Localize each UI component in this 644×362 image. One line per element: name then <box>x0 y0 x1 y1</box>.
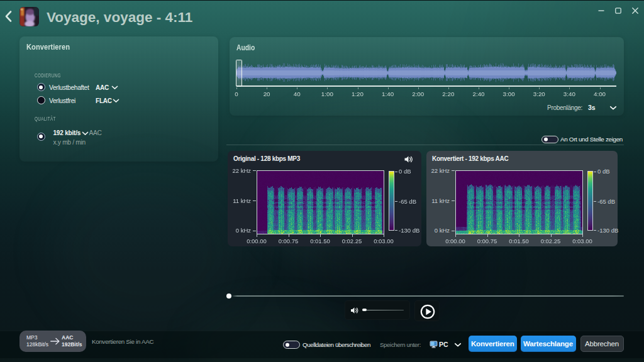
time-tick-label: 0:02.25 <box>537 238 565 244</box>
freq-tick-label: 11 kHz <box>431 197 450 204</box>
lossless-format-select[interactable]: FLAC <box>96 97 112 104</box>
freq-tick-label: 0 kHz <box>435 227 450 234</box>
chevron-down-icon[interactable] <box>82 131 89 136</box>
bitrate-select[interactable]: 192 kbit/s <box>53 129 81 136</box>
page-title: Voyage, voyage - 4:11 <box>47 9 192 26</box>
colorbar <box>587 171 593 231</box>
convert-button[interactable]: Konvertieren <box>469 336 517 352</box>
freq-tick <box>253 170 256 171</box>
back-button[interactable] <box>3 9 15 23</box>
time-tick <box>289 234 289 237</box>
conversion-hint: Konvertieren Sie in AAC <box>92 338 153 345</box>
timeline-tick-label: 4:00 <box>587 90 613 97</box>
volume-slider[interactable] <box>362 310 404 311</box>
time-tick-label: 0:00.75 <box>275 238 303 244</box>
spectrogram-title: Original - 128 kbps MP3 <box>233 155 300 162</box>
time-tick <box>384 234 384 237</box>
chevron-down-icon[interactable] <box>454 343 462 348</box>
play-button[interactable] <box>414 300 440 321</box>
time-tick-label: 0:03.00 <box>370 238 397 244</box>
db-tick-label: -130 dB <box>597 227 618 234</box>
spectrogram-plot <box>455 170 583 234</box>
time-tick <box>487 234 488 237</box>
timeline-tick <box>509 87 509 90</box>
time-tick-label: 0:01.50 <box>505 238 533 244</box>
volume-slider-thumb[interactable] <box>362 309 367 311</box>
time-tick <box>582 234 583 237</box>
db-tick-label: -130 dB <box>399 227 419 234</box>
audition-speaker-button[interactable] <box>404 155 414 163</box>
freq-tick-label: 22 kHz <box>431 167 450 174</box>
timeline-tick <box>267 87 267 90</box>
radio-lossy[interactable] <box>37 83 45 91</box>
timeline-tick-label: 1:40 <box>375 90 401 97</box>
queue-button[interactable]: Warteschlange <box>521 336 576 352</box>
time-tick-label: 0:00.00 <box>441 238 469 244</box>
db-tick-label: 0 dB <box>399 168 411 175</box>
spectrogram-plot <box>257 170 384 234</box>
save-target-select[interactable]: PC <box>439 341 448 348</box>
chevron-down-icon[interactable] <box>113 99 119 103</box>
minimize-button[interactable] <box>592 1 610 21</box>
inplace-toggle[interactable] <box>541 136 558 143</box>
album-art-thumbnail <box>19 7 39 26</box>
db-tick <box>594 172 596 172</box>
radio-quality-bitrate[interactable] <box>37 133 45 141</box>
db-tick <box>395 172 397 172</box>
toggle-knob <box>286 343 290 347</box>
badge-from-format: MP3 <box>26 334 37 341</box>
quality-group-label: QUALITÄT <box>35 116 56 122</box>
close-button[interactable] <box>626 1 644 21</box>
timeline-tick-label: 3:00 <box>496 90 521 97</box>
time-tick-label: 0:00.75 <box>474 238 501 244</box>
waveform-axis <box>236 85 616 87</box>
timeline-tick-label: 1:20 <box>345 90 370 97</box>
badge-from-bitrate: 128kBit/s <box>26 341 48 348</box>
badge-to-bitrate: 192Bit/s <box>62 341 82 348</box>
sample-length-select[interactable]: 3s <box>588 104 596 111</box>
db-tick-label: 0 dB <box>597 168 610 175</box>
speaker-icon <box>404 155 414 163</box>
colorbar <box>389 171 394 231</box>
play-icon <box>420 304 435 319</box>
maximize-icon <box>614 7 622 14</box>
radio-lossy-label[interactable]: Verlustbehaftet <box>49 84 89 91</box>
time-tick <box>519 234 519 237</box>
radio-lossless[interactable] <box>37 96 45 104</box>
db-tick-label: -65 dB <box>399 198 416 205</box>
convert-panel-title: Konvertieren <box>26 42 70 52</box>
db-tick <box>594 201 596 202</box>
chevron-left-icon <box>3 9 15 23</box>
toggle-knob <box>544 137 548 141</box>
convert-settings-panel: Konvertieren CODIERUNG Verlustbehaftet A… <box>19 36 218 162</box>
freq-tick <box>452 170 455 171</box>
spectrogram-canvas <box>257 171 384 234</box>
timeline-tick-label: 20 <box>254 90 279 97</box>
sample-selection-handle[interactable] <box>236 60 242 87</box>
overwrite-toggle-label[interactable]: Quelldateien überschreiben <box>303 341 370 348</box>
arrow-right-icon <box>50 336 60 346</box>
inplace-toggle-label[interactable]: An Ort und Stelle zeigen <box>560 136 623 143</box>
timeline-tick <box>297 87 297 90</box>
spectrogram-canvas <box>456 171 582 234</box>
cancel-button[interactable]: Abbrechen <box>580 336 624 352</box>
timeline-tick-label: 40 <box>284 90 309 97</box>
freq-tick <box>452 231 455 231</box>
seek-slider-thumb[interactable] <box>226 293 231 299</box>
chevron-down-icon[interactable] <box>609 106 617 111</box>
spectrogram-card-converted: Konvertiert - 192 kbps AAC 22 kHz 11 kHz… <box>426 151 618 246</box>
lossy-format-select[interactable]: AAC <box>96 84 109 91</box>
time-tick <box>320 234 321 237</box>
db-tick <box>395 230 397 231</box>
overwrite-toggle[interactable] <box>283 341 300 349</box>
minimize-icon <box>597 7 605 14</box>
timeline-tick-label: 3:20 <box>526 90 552 97</box>
time-tick-label: 0:00.00 <box>243 238 270 244</box>
maximize-button[interactable] <box>609 1 627 21</box>
radio-lossless-label[interactable]: Verlustfrei <box>49 97 75 104</box>
seek-slider[interactable] <box>231 295 624 297</box>
spectrogram-title: Konvertiert - 192 kbps AAC <box>432 155 508 162</box>
conversion-badge: MP3 128kBit/s AAC 192Bit/s <box>19 331 86 352</box>
save-to-label: Speichern unter: <box>380 341 421 348</box>
chevron-down-icon[interactable] <box>111 85 118 90</box>
